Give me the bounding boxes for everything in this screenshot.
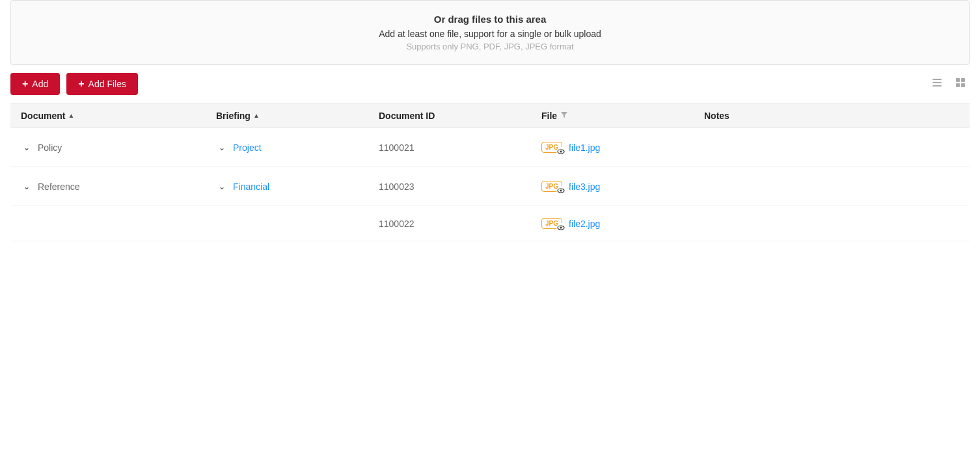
expand-row-1-button[interactable]: ⌄ (21, 143, 33, 152)
table-row: 1100022 JPG file2.jpg (10, 206, 970, 241)
toolbar: + Add + Add Files (0, 65, 980, 103)
file-cell: JPG file3.jpg (541, 181, 704, 192)
file-badge: JPG (541, 142, 562, 153)
document-id-value: 1100021 (379, 142, 415, 153)
svg-point-10 (560, 190, 562, 192)
eye-icon (556, 147, 565, 156)
column-file: File (541, 110, 704, 121)
table-header: Document ▲ Briefing ▲ Document ID File N… (10, 103, 970, 128)
svg-rect-6 (961, 83, 965, 87)
document-id-cell: 1100023 (379, 181, 541, 192)
briefing-cell: ⌄ Project (216, 142, 379, 153)
file-filter-icon[interactable] (560, 110, 569, 121)
file-cell: JPG file2.jpg (541, 218, 704, 229)
column-briefing: Briefing ▲ (216, 110, 379, 121)
document-value: Reference (38, 181, 80, 192)
toolbar-right (928, 74, 970, 95)
drop-zone-format: Supports only PNG, PDF, JPG, JPEG format (24, 42, 956, 51)
document-id-value: 1100022 (379, 219, 415, 229)
drop-zone[interactable]: Or drag files to this area Add at least … (10, 0, 970, 65)
file-link[interactable]: file2.jpg (569, 219, 600, 229)
svg-rect-3 (956, 78, 960, 82)
svg-point-12 (560, 227, 562, 229)
expand-briefing-1-button[interactable]: ⌄ (216, 143, 228, 152)
expand-briefing-2-button[interactable]: ⌄ (216, 182, 228, 191)
eye-icon (556, 186, 565, 195)
table-container: Document ▲ Briefing ▲ Document ID File N… (10, 103, 970, 241)
column-document: Document ▲ (21, 110, 216, 121)
column-document-id: Document ID (379, 110, 541, 121)
svg-point-8 (560, 151, 562, 153)
grid-view-icon[interactable] (951, 74, 970, 95)
add-files-button-label: Add Files (88, 79, 126, 89)
add-icon: + (22, 78, 28, 90)
file-badge: JPG (541, 181, 562, 192)
svg-rect-1 (932, 82, 942, 83)
svg-rect-5 (956, 83, 960, 87)
drop-zone-title: Or drag files to this area (24, 14, 956, 25)
file-badge: JPG (541, 218, 562, 229)
expand-row-2-button[interactable]: ⌄ (21, 182, 33, 191)
file-link[interactable]: file1.jpg (569, 142, 600, 153)
add-files-button[interactable]: + Add Files (66, 73, 138, 95)
svg-rect-0 (932, 79, 942, 80)
file-link[interactable]: file3.jpg (569, 181, 600, 192)
toolbar-left: + Add + Add Files (10, 73, 138, 95)
briefing-value: Financial (233, 181, 269, 192)
document-id-value: 1100023 (379, 181, 415, 192)
svg-rect-4 (961, 78, 965, 82)
drop-zone-subtitle: Add at least one file, support for a sin… (24, 29, 956, 39)
document-cell: ⌄ Reference (21, 181, 216, 192)
document-id-cell: 1100022 (379, 219, 541, 229)
column-notes: Notes (704, 110, 959, 121)
eye-icon (556, 223, 565, 232)
document-cell: ⌄ Policy (21, 142, 216, 153)
table-row: ⌄ Reference ⌄ Financial 1100023 JPG file… (10, 167, 970, 206)
file-cell: JPG file1.jpg (541, 142, 704, 153)
add-button[interactable]: + Add (10, 73, 60, 95)
briefing-value: Project (233, 142, 262, 153)
list-view-icon[interactable] (928, 74, 946, 95)
document-sort-icon[interactable]: ▲ (68, 112, 74, 119)
briefing-cell: ⌄ Financial (216, 181, 379, 192)
briefing-sort-icon[interactable]: ▲ (253, 112, 260, 119)
document-id-cell: 1100021 (379, 142, 541, 153)
table-row: ⌄ Policy ⌄ Project 1100021 JPG file1.jpg (10, 128, 970, 167)
svg-rect-2 (932, 85, 942, 87)
document-value: Policy (38, 142, 62, 153)
add-button-label: Add (32, 79, 48, 89)
add-files-icon: + (78, 78, 84, 90)
